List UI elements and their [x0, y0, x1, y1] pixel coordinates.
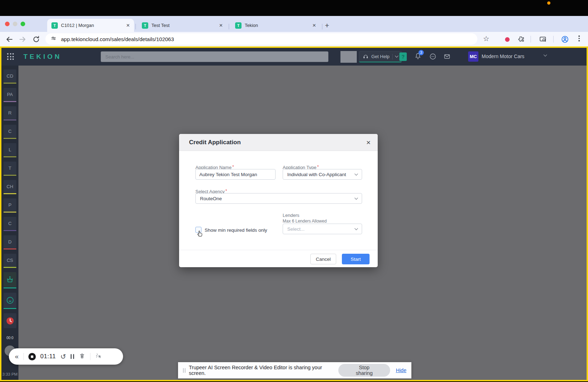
rail-tile-label: CH [7, 184, 13, 189]
tab-divider [135, 24, 136, 29]
rail-tile-p[interactable]: P [4, 198, 16, 211]
help-guide-icon[interactable]: ? [399, 52, 407, 61]
modal-footer-divider [179, 250, 378, 250]
tab-title: Tekion [245, 23, 309, 28]
recording-time: 01:11 [40, 353, 56, 360]
tab-close-icon[interactable]: × [219, 22, 223, 28]
start-button[interactable]: Start [342, 254, 370, 264]
show-min-required-label: Show min required fields only [205, 227, 267, 233]
window-zoom-button[interactable] [21, 22, 25, 26]
tekion-favicon-icon: T [142, 22, 148, 29]
recorder-toolbar: « 01:11 ↺ [9, 348, 123, 365]
app-page: TEKION Get Help ? 3 MC Modern Motor Cars… [0, 46, 588, 381]
rail-tile-c1[interactable]: C [4, 125, 16, 137]
bookmark-star-icon[interactable]: ☆ [483, 34, 489, 43]
clock-icon[interactable] [4, 313, 16, 328]
chevron-down-icon [355, 172, 358, 175]
extensions-puzzle-icon[interactable] [517, 35, 526, 44]
tab-share-icon[interactable] [539, 35, 548, 44]
rail-tile-t[interactable]: T [4, 162, 16, 174]
modal-close-icon[interactable]: × [366, 139, 371, 146]
lenders-sublabel: Max 6 Lenders Allowed [283, 219, 327, 224]
rail-clock-text: 3:33 PM [2, 372, 18, 376]
restart-recording-icon[interactable]: ↺ [60, 353, 66, 361]
rail-tile-label: C [8, 129, 11, 134]
delete-recording-icon[interactable] [79, 353, 85, 361]
back-button[interactable] [5, 35, 13, 44]
rail-tile-label: CS [7, 258, 13, 263]
lenders-label: Lenders [283, 213, 299, 218]
dealer-chevron-down-icon[interactable] [544, 53, 547, 57]
apps-grid-icon[interactable] [7, 53, 14, 60]
stop-recording-button[interactable] [28, 353, 36, 360]
toolbar-divider [553, 36, 554, 43]
cancel-button[interactable]: Cancel [310, 254, 336, 264]
search-input[interactable] [101, 51, 328, 62]
tab-title: C1012 | Morgan [61, 23, 123, 28]
notifications-bell-icon[interactable]: 3 [414, 52, 422, 61]
site-info-icon[interactable] [50, 35, 57, 43]
rail-tile-d[interactable]: D [4, 235, 16, 248]
deal-star-icon[interactable] [4, 272, 16, 287]
chat-icon[interactable] [429, 53, 437, 62]
drag-handle-icon[interactable] [183, 368, 185, 373]
notification-count-badge: 3 [418, 50, 424, 55]
rail-tile-cd[interactable]: CD [4, 69, 16, 82]
stop-sharing-button[interactable]: Stop sharing [338, 364, 390, 377]
nav-placeholder-tile [340, 51, 357, 63]
tab-c1012-morgan[interactable]: T C1012 | Morgan × [47, 19, 134, 32]
tab-tekion[interactable]: T Tekion × [231, 19, 320, 32]
reload-button[interactable] [32, 35, 40, 44]
dealer-name[interactable]: Modern Motor Cars [482, 54, 525, 59]
tab-divider [322, 24, 322, 29]
rail-tile-label: R [8, 110, 11, 116]
get-help-button[interactable]: Get Help [359, 51, 402, 62]
modal-header: Credit Application × [179, 134, 378, 151]
rail-tile-label: L [9, 147, 11, 152]
url-text: app.tekioncloud.com/sales/deals/details/… [61, 36, 174, 42]
dealer-avatar[interactable]: MC [468, 51, 478, 62]
lenders-placeholder: Select... [287, 226, 305, 232]
lenders-select[interactable]: Select... [283, 224, 362, 234]
rail-tile-ch[interactable]: CH [4, 180, 16, 193]
menubar-record-dot [547, 1, 550, 5]
chevron-down-icon [355, 226, 358, 230]
rail-tile-c2[interactable]: C [4, 217, 16, 230]
recording-extension-icon[interactable] [505, 37, 510, 42]
rail-tile-label: PA [7, 92, 13, 97]
new-tab-button[interactable]: + [325, 22, 329, 29]
share-message: Trupeer AI Screen Recorder & Video Edito… [189, 365, 338, 376]
application-name-input[interactable] [195, 169, 276, 180]
window-minimize-button[interactable] [13, 22, 17, 26]
chrome-menu-icon[interactable] [578, 35, 580, 41]
tekion-favicon-icon: T [51, 22, 58, 29]
window-close-button[interactable] [5, 22, 10, 26]
rail-tile-l[interactable]: L [4, 143, 16, 156]
get-help-label: Get Help [371, 54, 389, 59]
hide-banner-link[interactable]: Hide [396, 367, 406, 373]
browser-tabstrip: T C1012 | Morgan × T Test Test × T Tekio… [0, 16, 588, 32]
tab-close-icon[interactable]: × [126, 22, 130, 28]
rail-tile-pa[interactable]: PA [4, 88, 16, 101]
rail-tile-cs[interactable]: CS [4, 254, 16, 266]
pause-recording-icon[interactable] [71, 354, 74, 359]
smiley-icon[interactable] [4, 293, 16, 308]
application-type-select[interactable]: Individual with Co-Applicant [283, 169, 362, 180]
mail-icon[interactable] [443, 53, 451, 62]
rail-tile-label: C [8, 221, 11, 226]
profile-icon[interactable] [561, 35, 570, 44]
rail-tile-r[interactable]: R [4, 106, 16, 119]
click-effect-icon[interactable] [95, 352, 102, 361]
application-type-value: Individual with Co-Applicant [287, 172, 346, 177]
rail-tile-label: D [8, 239, 11, 245]
tekion-logo: TEKION [23, 53, 62, 61]
collapse-toolbar-icon[interactable]: « [15, 353, 19, 360]
tab-close-icon[interactable]: × [312, 22, 316, 28]
rail-timer-text: 00:0 [6, 336, 13, 340]
rail-tile-label: T [9, 165, 11, 171]
forward-button[interactable] [18, 35, 27, 44]
address-bar[interactable]: app.tekioncloud.com/sales/deals/details/… [45, 33, 477, 45]
tab-test-test[interactable]: T Test Test × [138, 19, 227, 32]
chevron-down-icon [395, 54, 399, 58]
select-agency-select[interactable]: RouteOne [195, 193, 362, 204]
